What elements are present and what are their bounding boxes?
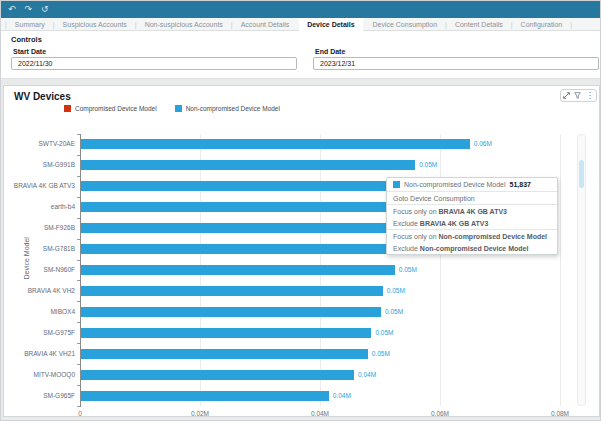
context-menu-item[interactable]: Goto Device Consumption (387, 192, 557, 205)
legend-label: Compromised Device Model (75, 105, 157, 112)
y-axis-tick (77, 385, 80, 386)
redo-icon[interactable]: ↷ (25, 5, 33, 14)
y-axis-tick (77, 280, 80, 281)
controls-section: Controls Start Date End Date (1, 31, 601, 79)
chart-scrollbar-thumb[interactable] (579, 160, 584, 188)
bar-sm-g965f[interactable] (81, 391, 329, 401)
y-axis-category-label: SM-G975F (4, 329, 75, 336)
bar-value-label: 0.06M (474, 140, 492, 147)
tab-device-consumption[interactable]: Device Consumption (364, 18, 445, 30)
y-axis-tick (77, 301, 80, 302)
chart-legend: Compromised Device ModelNon-compromised … (64, 105, 280, 112)
y-axis-category-label: SM-G991B (4, 161, 75, 168)
filter-icon[interactable] (574, 92, 581, 99)
legend-swatch-icon (175, 105, 182, 112)
gridline (440, 134, 441, 406)
context-menu-item-target: BRAVIA 4K GB ATV3 (439, 208, 507, 215)
y-axis-category-label: SM-F926B (4, 224, 75, 231)
reset-icon[interactable]: ↺ (41, 5, 49, 14)
y-axis-category-label: MITV-MOOQ0 (4, 371, 75, 378)
bar-sm-g781b[interactable] (81, 244, 397, 254)
context-menu-series-label: Non-compromised Device Model (404, 181, 506, 188)
x-axis-tick-label: 0.04M (311, 410, 329, 417)
context-menu-item-target: Non-compromised Device Model (420, 245, 529, 252)
tab-separator: | (570, 18, 572, 30)
chart-title: WV Devices (14, 91, 71, 102)
y-axis-category-label: BRAVIA 4K GB ATV3 (4, 182, 75, 189)
y-axis-category-label: SM-G781B (4, 245, 75, 252)
context-menu-item-text: Focus only on (393, 208, 439, 215)
bar-mibox4[interactable] (81, 307, 381, 317)
y-axis-tick (77, 155, 80, 156)
context-menu-item-text: Exclude (393, 245, 420, 252)
tab-configuration[interactable]: Configuration (513, 18, 571, 30)
context-menu-item[interactable]: Exclude Non-compromised Device Model (387, 242, 557, 254)
context-menu-item[interactable]: Focus only on Non-compromised Device Mod… (387, 230, 557, 242)
bar-swtv-20ae[interactable] (81, 139, 470, 149)
chart-actions-toolbar: ⋮ (560, 89, 597, 102)
bar-value-label: 0.04M (358, 371, 376, 378)
tab-non-suspicious-accounts[interactable]: Non-suspicious Accounts (137, 18, 231, 30)
y-axis-tick (77, 260, 80, 261)
top-toolbar: ↶ ↷ ↺ (1, 1, 601, 18)
bar-value-label: 0.04M (333, 392, 351, 399)
y-axis-tick (77, 322, 80, 323)
bar-sm-g991b[interactable] (81, 160, 415, 170)
tab-suspicious-accounts[interactable]: Suspicious Accounts (55, 18, 135, 30)
controls-section-title: Controls (11, 35, 42, 44)
x-axis-tick-label: 0 (78, 410, 82, 417)
bar-bravia-4k-vh21[interactable] (81, 349, 368, 359)
x-axis-tick-label: 0.08M (551, 410, 569, 417)
context-menu-item[interactable]: Focus only on BRAVIA 4K GB ATV3 (387, 205, 557, 217)
undo-icon[interactable]: ↶ (8, 5, 16, 14)
bar-mitv-mooq0[interactable] (81, 370, 354, 380)
context-menu-item-target: BRAVIA 4K GB ATV3 (420, 220, 488, 227)
maximize-icon[interactable] (563, 92, 570, 99)
y-axis-tick (77, 239, 80, 240)
y-axis-category-label: BRAVIA 4K VH2 (4, 287, 75, 294)
legend-label: Non-compromised Device Model (186, 105, 280, 112)
end-date-label: End Date (315, 48, 345, 55)
bar-value-label: 0.05M (372, 350, 390, 357)
tab-account-details[interactable]: Account Details (233, 18, 298, 30)
y-axis-category-label: MIBOX4 (4, 308, 75, 315)
sheet-tab-bar: |Summary|Suspicious Accounts|Non-suspici… (1, 18, 601, 31)
bar-sm-f926b[interactable] (81, 223, 391, 233)
y-axis-tick (77, 176, 80, 177)
tab-summary[interactable]: Summary (7, 18, 53, 30)
context-menu-item-text: Focus only on (393, 233, 439, 240)
series-swatch-icon (393, 181, 400, 188)
y-axis-tick (77, 406, 80, 407)
context-menu-header: Non-compromised Device Model 51,837 (387, 178, 557, 192)
start-date-input[interactable] (11, 57, 297, 70)
bar-value-label: 0.05M (385, 308, 403, 315)
y-axis-category-label: SM-G965F (4, 392, 75, 399)
y-axis-category-label: BRAVIA 4K VH21 (4, 350, 75, 357)
context-menu-item-text: Goto Device Consumption (393, 195, 475, 202)
y-axis-category-label: SM-N960F (4, 266, 75, 273)
kebab-menu-icon[interactable]: ⋮ (586, 92, 594, 100)
y-axis-category-label: SWTV-20AE (4, 140, 75, 147)
y-axis-tick (77, 134, 80, 135)
bar-value-label: 0.05M (375, 329, 393, 336)
bar-bravia-4k-vh2[interactable] (81, 286, 383, 296)
legend-swatch-icon (64, 105, 71, 112)
bar-earth-b4[interactable] (81, 202, 392, 212)
bar-value-label: 0.05M (419, 161, 437, 168)
tab-content-details[interactable]: Content Details (447, 18, 511, 30)
end-date-input[interactable] (313, 57, 599, 70)
legend-item[interactable]: Non-compromised Device Model (175, 105, 280, 112)
bar-sm-n960f[interactable] (81, 265, 395, 275)
context-menu-item-target: Non-compromised Device Model (439, 233, 548, 240)
x-axis-tick-label: 0.02M (191, 410, 209, 417)
bar-bravia-4k-gb-atv3[interactable] (81, 181, 392, 191)
context-menu: Non-compromised Device Model 51,837 Goto… (386, 177, 558, 255)
y-axis-tick (77, 343, 80, 344)
chart-scrollbar-track[interactable] (577, 134, 586, 406)
legend-item[interactable]: Compromised Device Model (64, 105, 157, 112)
context-menu-series-value: 51,837 (510, 181, 531, 188)
bar-sm-g975f[interactable] (81, 328, 371, 338)
bar-value-label: 0.05M (387, 287, 405, 294)
context-menu-item[interactable]: Exclude BRAVIA 4K GB ATV3 (387, 217, 557, 230)
tab-device-details[interactable]: Device Details (299, 18, 362, 31)
